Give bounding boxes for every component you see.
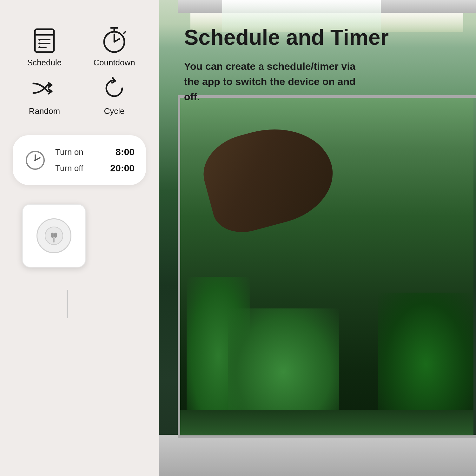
schedule-label: Schedule xyxy=(27,58,62,68)
turn-on-time: 8:00 xyxy=(116,147,135,157)
aquarium-stand xyxy=(159,435,476,476)
aquarium-tank-frame xyxy=(178,95,476,438)
plug-cord xyxy=(67,290,68,318)
feature-description: You can create a schedule/timer via the … xyxy=(184,59,368,104)
plug-face xyxy=(36,218,71,253)
turn-on-row: Turn on 8:00 xyxy=(55,144,135,160)
right-panel: Schedule and Timer You can create a sche… xyxy=(159,0,476,104)
countdown-label: Countdown xyxy=(93,58,135,68)
turn-off-label: Turn off xyxy=(55,163,83,173)
turn-off-row: Turn off 20:00 xyxy=(55,160,135,176)
left-panel: Schedule Countdown Random xyxy=(0,0,159,476)
svg-rect-19 xyxy=(51,233,54,238)
svg-point-6 xyxy=(39,43,41,44)
cycle-label: Cycle xyxy=(104,106,124,116)
random-label: Random xyxy=(29,106,60,116)
cycle-icon xyxy=(100,74,129,102)
random-feature: Random xyxy=(13,74,76,116)
schedule-icon xyxy=(30,25,59,54)
svg-line-13 xyxy=(124,32,125,33)
turn-off-time: 20:00 xyxy=(110,163,135,174)
svg-point-5 xyxy=(39,39,41,41)
schedule-card: Turn on 8:00 Turn off 20:00 xyxy=(13,135,146,185)
turn-on-label: Turn on xyxy=(55,147,83,157)
countdown-icon xyxy=(100,25,129,54)
feature-title: Schedule and Timer xyxy=(184,25,451,49)
schedule-feature: Schedule xyxy=(13,25,76,68)
svg-point-17 xyxy=(34,159,36,161)
card-clock-icon xyxy=(24,149,46,171)
cycle-feature: Cycle xyxy=(83,74,146,116)
svg-line-10 xyxy=(114,39,120,42)
features-grid: Schedule Countdown Random xyxy=(13,25,146,116)
smart-plug-area xyxy=(22,204,111,293)
countdown-feature: Countdown xyxy=(83,25,146,68)
schedule-rows: Turn on 8:00 Turn off 20:00 xyxy=(55,144,135,176)
plug-pins-icon xyxy=(43,225,65,247)
svg-rect-0 xyxy=(35,29,54,52)
smart-plug xyxy=(22,204,86,268)
svg-rect-20 xyxy=(54,233,57,238)
svg-point-7 xyxy=(39,46,41,48)
random-icon xyxy=(30,74,59,102)
